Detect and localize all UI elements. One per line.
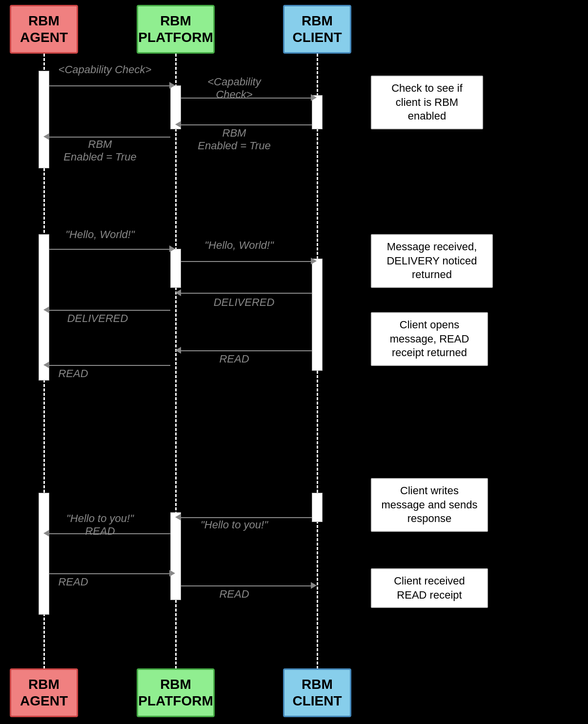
activation-agent-3: [39, 493, 49, 615]
label-client-to-platform-helloyou: "Hello to you!": [185, 519, 283, 531]
arrowhead-client-to-platform-helloyou: [175, 514, 181, 521]
label-client-to-platform-read: READ: [210, 353, 259, 365]
label-platform-to-client-cap: <CapabilityCheck>: [185, 76, 283, 101]
actor-platform-bottom-label: RBMPLATFORM: [138, 676, 213, 709]
arrow-platform-to-agent-delivered: [49, 310, 170, 311]
label-platform-to-agent-enabled: RBMEnabled = True: [51, 138, 149, 163]
actor-agent-bottom-label: RBMAGENT: [20, 676, 68, 709]
arrowhead-platform-to-client-cap: [311, 94, 317, 101]
actor-platform-top: RBMPLATFORM: [137, 5, 215, 54]
arrow-client-to-platform-read: [181, 350, 312, 351]
arrowhead-client-to-platform-delivered: [175, 289, 181, 296]
note-delivery: Message received, DELIVERY noticed retur…: [371, 234, 493, 288]
label-agent-to-platform-cap: <Capability Check>: [51, 63, 159, 76]
arrowhead-platform-to-client-read2: [311, 582, 317, 589]
arrowhead-platform-to-agent-enabled: [43, 133, 49, 140]
actor-platform-top-label: RBMPLATFORM: [138, 13, 213, 45]
actor-client-top-label: RBMCLIENT: [292, 13, 342, 45]
label-platform-to-agent-delivered: DELIVERED: [49, 312, 146, 325]
arrow-platform-to-client-hello: [181, 261, 312, 262]
arrowhead-client-to-platform-read: [175, 347, 181, 354]
actor-client-bottom: RBMCLIENT: [283, 668, 351, 717]
activation-platform-3: [170, 512, 181, 600]
arrow-client-to-platform-delivered: [181, 293, 312, 294]
note-client-writes: Client writes message and sends response: [371, 478, 488, 532]
note-capability-check: Check to see if client is RBM enabled: [371, 76, 483, 129]
label-platform-to-agent-helloyou: "Hello to you!"READ: [49, 512, 151, 538]
actor-agent-top-label: RBMAGENT: [20, 13, 68, 45]
note-read-receipt: Client opens message, READ receipt retur…: [371, 312, 488, 366]
arrow-client-to-platform-helloyou: [181, 517, 312, 518]
arrow-platform-to-agent-read: [49, 365, 170, 366]
arrow-platform-to-client-read2: [181, 585, 312, 586]
label-platform-to-agent-read: READ: [49, 367, 98, 380]
actor-client-top: RBMCLIENT: [283, 5, 351, 54]
actor-client-bottom-label: RBMCLIENT: [292, 676, 342, 709]
arrowhead-agent-to-platform-read2: [169, 570, 175, 577]
arrow-platform-to-agent-enabled: [49, 137, 170, 138]
actor-platform-bottom: RBMPLATFORM: [137, 668, 215, 717]
arrow-agent-to-platform-cap: [49, 85, 170, 86]
sequence-diagram: RBMAGENT RBMPLATFORM RBMCLIENT <Capabili…: [0, 0, 588, 724]
label-agent-read2: READ: [49, 576, 98, 588]
note-client-read-receipt: Client received READ receipt: [371, 568, 488, 608]
arrowhead-platform-to-client-hello: [311, 258, 317, 264]
arrow-agent-to-platform-hello: [49, 249, 170, 250]
actor-agent-bottom: RBMAGENT: [10, 668, 78, 717]
label-agent-to-platform-hello: "Hello, World!": [51, 228, 149, 241]
arrowhead-agent-to-platform-cap: [169, 82, 175, 89]
activation-platform-2: [170, 249, 181, 288]
label-client-to-platform-delivered: DELIVERED: [195, 296, 293, 309]
activation-client-3: [312, 493, 323, 522]
activation-client-2: [312, 259, 323, 371]
arrow-agent-to-platform-read2: [49, 573, 170, 574]
arrow-client-to-platform-enabled: [181, 124, 312, 125]
arrowhead-client-to-platform-enabled: [175, 121, 181, 128]
label-platform-to-client-hello: "Hello, World!": [190, 239, 288, 252]
label-platform-to-client-read2: READ: [210, 588, 259, 601]
actor-agent-top: RBMAGENT: [10, 5, 78, 54]
arrowhead-agent-to-platform-hello: [169, 245, 175, 252]
activation-agent-1: [39, 71, 49, 168]
label-client-to-platform-enabled: RBMEnabled = True: [185, 127, 283, 152]
